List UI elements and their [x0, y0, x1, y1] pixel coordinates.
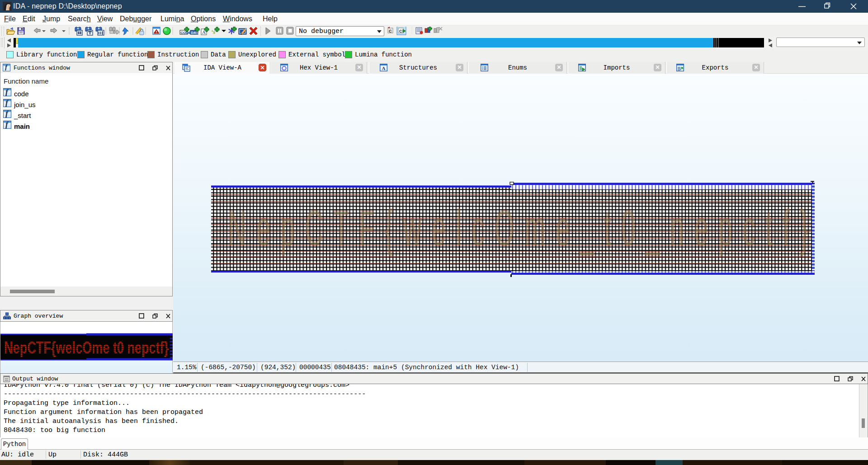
svg-text:NepCTF{welcOme t0 nepctf}: NepCTF{welcOme t0 nepctf} [4, 338, 169, 357]
svg-text:C: C [399, 29, 402, 33]
svg-text:NepCTF{welcOme_t0_nepctf}: NepCTF{welcOme_t0_nepctf} [228, 200, 818, 256]
svg-text:C: C [389, 29, 392, 33]
svg-text:DATA: DATA [191, 31, 200, 35]
